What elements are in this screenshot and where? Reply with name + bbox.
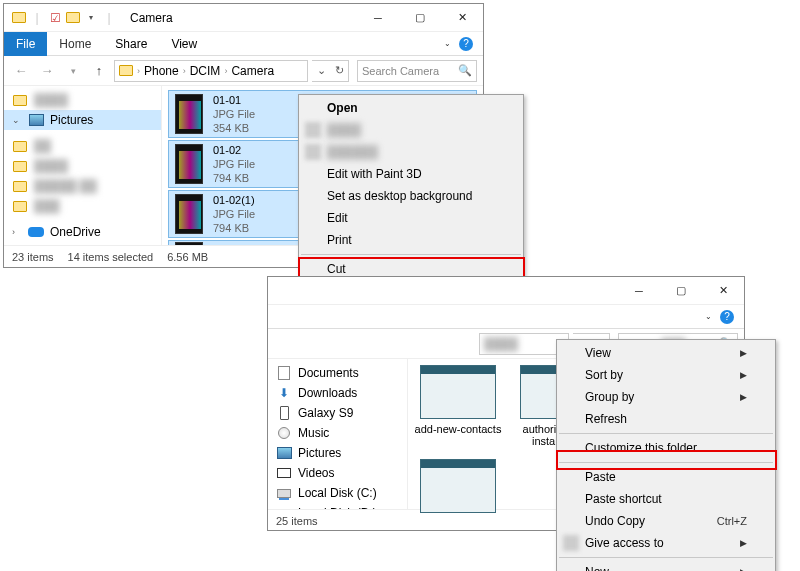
ctx-print[interactable]: Print [299,229,523,251]
sidebar-item-folder[interactable]: ███ [4,196,161,216]
ribbon-expand-icon[interactable]: ⌄ [444,39,451,48]
sidebar-item-pictures[interactable]: Pictures [268,443,407,463]
file-thumbnail [175,94,203,134]
context-menu-background: View▶ Sort by▶ Group by▶ Refresh Customi… [556,339,776,571]
ctx-set-desktop-bg[interactable]: Set as desktop background [299,185,523,207]
file-thumbnail [175,242,203,245]
sidebar-item-diskc[interactable]: Local Disk (C:) [268,483,407,503]
ctx-new[interactable]: New▶ [557,561,775,571]
ctx-sortby[interactable]: Sort by▶ [557,364,775,386]
ctx-refresh[interactable]: Refresh [557,408,775,430]
breadcrumb[interactable]: Camera [231,64,274,78]
ribbon: File Home Share View ⌄ ? [4,32,483,56]
window-title: Camera [124,11,357,25]
close-button[interactable]: ✕ [702,277,744,305]
file-thumbnail [175,194,203,234]
sidebar-item-folder[interactable]: █████ ██ [4,176,161,196]
ctx-view[interactable]: View▶ [557,342,775,364]
forward-button[interactable]: → [36,60,58,82]
minimize-button[interactable]: ─ [357,4,399,32]
back-button[interactable]: ← [10,60,32,82]
sidebar-item-documents[interactable]: Documents [268,363,407,383]
tab-share[interactable]: Share [103,32,159,56]
maximize-button[interactable]: ▢ [660,277,702,305]
recent-dropdown[interactable]: ▾ [62,60,84,82]
separator [559,433,773,434]
nav-pane: Documents ⬇Downloads Galaxy S9 Music Pic… [268,359,408,509]
ctx-groupby[interactable]: Group by▶ [557,386,775,408]
address-bar[interactable]: › Phone › DCIM › Camera [114,60,308,82]
qat-separator: | [30,11,44,25]
file-thumbnail [420,365,496,419]
sidebar-item-folder[interactable]: ██ [4,136,161,156]
nav-pane: ████ ⌄Pictures ██ ████ █████ ██ ███ ›One… [4,86,162,245]
ctx-edit-paint3d[interactable]: Edit with Paint 3D [299,163,523,185]
search-icon[interactable]: 🔍 [458,64,472,77]
ctx-undo-copy[interactable]: Undo CopyCtrl+Z [557,510,775,532]
grid-item[interactable]: add-new-contacts [414,365,502,447]
search-placeholder: Search Camera [362,65,439,77]
close-button[interactable]: ✕ [441,4,483,32]
search-input[interactable]: Search Camera 🔍 [357,60,477,82]
qat-new-folder-icon[interactable] [66,11,80,25]
up-button[interactable]: ↑ [88,60,110,82]
tab-home[interactable]: Home [47,32,103,56]
qat-properties-icon[interactable]: ☑ [48,11,62,25]
help-icon[interactable]: ? [720,310,734,324]
folder-icon [12,11,26,25]
ribbon-expand-icon[interactable]: ⌄ [705,312,712,321]
file-thumbnail [175,144,203,184]
ctx-customize[interactable]: Customize this folder... [557,437,775,459]
status-selected: 14 items selected [68,251,154,263]
status-items: 23 items [12,251,54,263]
sidebar-item-videos[interactable]: Videos [268,463,407,483]
refresh-icon[interactable]: ↻ [330,64,348,77]
ctx-give-access[interactable]: Give access to▶ [557,532,775,554]
tab-view[interactable]: View [159,32,209,56]
maximize-button[interactable]: ▢ [399,4,441,32]
minimize-button[interactable]: ─ [618,277,660,305]
qat-separator: | [102,11,116,25]
sidebar-item-folder[interactable]: ████ [4,156,161,176]
ctx-paste-shortcut[interactable]: Paste shortcut [557,488,775,510]
sidebar-item-pictures[interactable]: ⌄Pictures [4,110,161,130]
sidebar-item-music[interactable]: Music [268,423,407,443]
breadcrumb[interactable]: Phone [144,64,179,78]
ctx-item-hidden[interactable]: ██████ [299,141,523,163]
separator [301,254,521,255]
address-bar-row: ← → ▾ ↑ › Phone › DCIM › Camera ⌄ ↻ Sear… [4,56,483,86]
address-dropdown-icon[interactable]: ⌄ [312,64,330,77]
ctx-item-hidden[interactable]: ████ [299,119,523,141]
grid-item[interactable] [414,459,502,513]
sidebar-item-downloads[interactable]: ⬇Downloads [268,383,407,403]
ctx-paste[interactable]: Paste [557,466,775,488]
sidebar-item-diskd[interactable]: Local Disk (D:) [268,503,407,509]
file-thumbnail [420,459,496,513]
titlebar[interactable]: ─ ▢ ✕ [268,277,744,305]
separator [559,557,773,558]
status-size: 6.56 MB [167,251,208,263]
titlebar[interactable]: | ☑ ▾ | Camera ─ ▢ ✕ [4,4,483,32]
tab-file[interactable]: File [4,32,47,56]
ctx-open[interactable]: Open [299,97,523,119]
sidebar-item-onedrive[interactable]: ›OneDrive [4,222,161,242]
sidebar-item-galaxy[interactable]: Galaxy S9 [268,403,407,423]
help-icon[interactable]: ? [459,37,473,51]
separator [559,462,773,463]
qat-dropdown-icon[interactable]: ▾ [84,11,98,25]
status-items: 25 items [276,515,318,527]
ctx-edit[interactable]: Edit [299,207,523,229]
folder-icon [119,65,133,76]
sidebar-item-folder[interactable]: ████ [4,90,161,110]
breadcrumb[interactable]: DCIM [190,64,221,78]
